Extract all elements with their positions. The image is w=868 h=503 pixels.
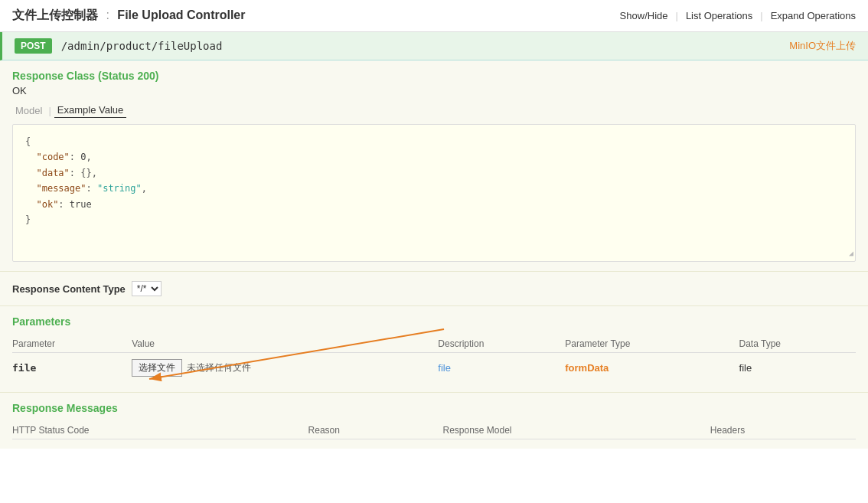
col-http-status: HTTP Status Code [12,422,308,439]
json-line-4: "message": "string", [25,181,843,196]
rct-select[interactable]: */* [132,281,162,296]
response-messages-table: HTTP Status Code Reason Response Model H… [12,422,856,439]
param-name-file: file [12,362,36,374]
list-operations-link[interactable]: List Operations [686,10,752,21]
title-chinese: 文件上传控制器 [12,8,98,21]
response-class-title: Response Class (Status 200) [12,70,856,82]
api-path: /admin/product/fileUpload [61,40,223,52]
col-parameter: Parameter [12,335,132,353]
title-separator: : [106,8,109,21]
api-description: MinIO文件上传 [789,39,856,53]
col-parameter-type: Parameter Type [565,335,739,353]
json-example-block: { "code": 0, "data": {}, "message": "str… [12,124,856,262]
col-data-type: Data Type [739,335,856,353]
response-class-section: Response Class (Status 200) OK Model | E… [0,60,868,272]
post-bar: POST /admin/product/fileUpload MinIO文件上传 [0,32,868,60]
header-actions: Show/Hide | List Operations | Expand Ope… [620,10,856,21]
file-no-file-text: 未选择任何文件 [187,361,251,374]
response-status-text: OK [12,85,856,96]
json-line-6: } [25,212,843,227]
param-description: file [438,362,451,374]
col-response-model: Response Model [442,422,710,439]
http-method-badge: POST [15,38,52,54]
response-content-type-section: Response Content Type */* [0,272,868,306]
model-tabs: Model | Example Value [12,103,856,118]
param-type: formData [565,362,609,374]
divider-2: | [760,10,762,21]
show-hide-link[interactable]: Show/Hide [620,10,668,21]
tab-model[interactable]: Model [12,103,45,118]
table-row: file 选择文件 未选择任何文件 file formData file [12,353,856,384]
page-header: 文件上传控制器 : File Upload Controller Show/Hi… [0,0,868,32]
json-line-5: "ok": true [25,197,843,212]
file-choose-button[interactable]: 选择文件 [132,359,182,377]
post-bar-left: POST /admin/product/fileUpload [15,38,222,54]
param-value-cell: 选择文件 未选择任何文件 [132,359,432,377]
title-english: File Upload Controller [117,8,245,21]
parameters-title: Parameters [12,315,856,328]
tab-example-value[interactable]: Example Value [54,103,126,118]
page-title: 文件上传控制器 : File Upload Controller [12,8,245,24]
resize-handle: ◢ [849,247,853,260]
tab-divider: | [48,105,51,116]
col-reason: Reason [308,422,443,439]
json-line-1: { [25,134,843,149]
divider-1: | [675,10,677,21]
expand-operations-link[interactable]: Expand Operations [771,10,856,21]
response-messages-section: Response Messages HTTP Status Code Reaso… [0,393,868,449]
json-line-3: "data": {}, [25,165,843,181]
parameters-table: Parameter Value Description Parameter Ty… [12,335,856,383]
json-line-2: "code": 0, [25,149,843,165]
response-messages-title: Response Messages [12,402,856,414]
col-value: Value [132,335,438,353]
col-headers: Headers [710,422,856,439]
parameters-section: Parameters Parameter Value Description P… [0,306,868,393]
param-data-type: file [739,362,752,374]
params-header-row: Parameter Value Description Parameter Ty… [12,335,856,353]
response-messages-header-row: HTTP Status Code Reason Response Model H… [12,422,856,439]
rct-label: Response Content Type [12,283,126,295]
col-description: Description [438,335,565,353]
